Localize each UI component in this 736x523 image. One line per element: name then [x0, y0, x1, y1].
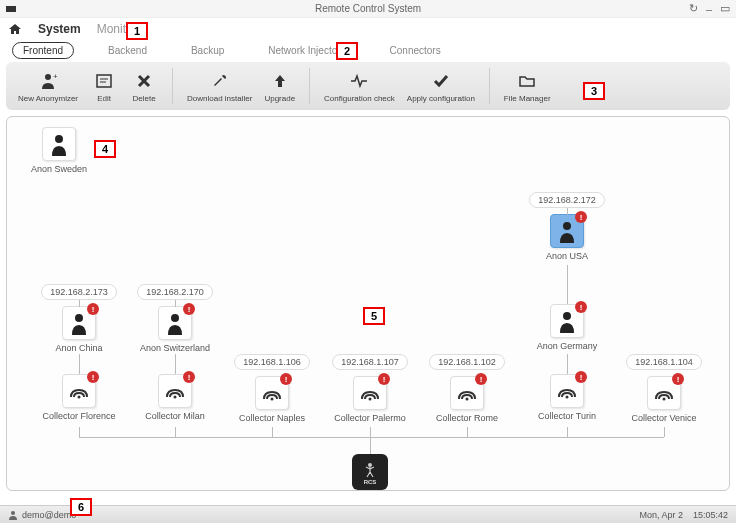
node-anon-china[interactable]: 192.168.2.173 ! Anon China [39, 284, 119, 354]
pulse-icon [348, 70, 370, 92]
alert-badge-icon: ! [378, 373, 390, 385]
toolbar-label: Upgrade [264, 94, 295, 103]
svg-point-10 [174, 396, 177, 399]
refresh-icon[interactable]: ↻ [687, 3, 699, 15]
node-collector-naples[interactable]: 192.168.1.106 ! Collector Naples [232, 354, 312, 424]
connector-line [175, 354, 176, 374]
node-label: Collector Rome [436, 414, 498, 424]
node-anon-germany[interactable]: ! Anon Germany [527, 304, 607, 352]
upgrade-button[interactable]: Upgrade [258, 70, 301, 103]
svg-point-6 [75, 314, 83, 322]
callout-2: 2 [336, 42, 358, 60]
close-icon[interactable]: ▭ [719, 3, 731, 15]
collector-icon: ! [255, 376, 289, 410]
subnav-frontend[interactable]: Frontend [12, 42, 74, 59]
apply-configuration-button[interactable]: Apply configuration [401, 70, 481, 103]
ip-label: 192.168.2.170 [137, 284, 213, 300]
node-anon-usa[interactable]: 192.168.2.172 ! Anon USA [527, 192, 607, 262]
status-date: Mon, Apr 2 [639, 510, 683, 520]
alert-badge-icon: ! [475, 373, 487, 385]
upgrade-icon [269, 70, 291, 92]
svg-point-4 [55, 135, 63, 143]
rcs-label: RCS [364, 479, 377, 485]
connector-line [79, 427, 80, 437]
alert-badge-icon: ! [87, 371, 99, 383]
node-rcs[interactable]: RCS [330, 454, 410, 490]
svg-point-7 [171, 314, 179, 322]
anonymizer-icon: ! [550, 304, 584, 338]
node-collector-turin[interactable]: ! Collector Turin [527, 374, 607, 422]
node-label: Collector Florence [42, 412, 115, 422]
alert-badge-icon: ! [672, 373, 684, 385]
connector-line [567, 427, 568, 437]
node-label: Anon China [55, 344, 102, 354]
alert-badge-icon: ! [575, 371, 587, 383]
node-anon-switzerland[interactable]: 192.168.2.170 ! Anon Switzerland [135, 284, 215, 354]
node-anon-sweden[interactable]: Anon Sweden [19, 127, 99, 175]
toolbar-label: File Manager [504, 94, 551, 103]
node-label: Anon USA [546, 252, 588, 262]
svg-point-1 [45, 74, 51, 80]
home-icon[interactable] [8, 22, 22, 36]
app-icon [5, 3, 17, 15]
collector-icon: ! [62, 374, 96, 408]
minimize-icon[interactable]: – [703, 3, 715, 15]
svg-point-9 [78, 396, 81, 399]
node-label: Collector Palermo [334, 414, 406, 424]
ip-label: 192.168.2.173 [41, 284, 117, 300]
subnav-backend[interactable]: Backend [98, 43, 157, 58]
collector-icon: ! [450, 376, 484, 410]
alert-badge-icon: ! [575, 301, 587, 313]
configuration-check-button[interactable]: Configuration check [318, 70, 401, 103]
svg-point-16 [368, 463, 372, 467]
collector-icon: ! [158, 374, 192, 408]
svg-point-12 [369, 398, 372, 401]
connector-line [467, 427, 468, 437]
secondary-nav: Frontend Backend Backup Network Injector… [0, 40, 736, 60]
edit-button[interactable]: Edit [84, 70, 124, 103]
svg-point-15 [663, 398, 666, 401]
delete-button[interactable]: Delete [124, 70, 164, 103]
callout-6: 6 [70, 498, 92, 516]
svg-point-13 [466, 398, 469, 401]
node-collector-florence[interactable]: ! Collector Florence [39, 374, 119, 422]
node-collector-rome[interactable]: 192.168.1.102 ! Collector Rome [427, 354, 507, 424]
connector-line [175, 427, 176, 437]
node-collector-milan[interactable]: ! Collector Milan [135, 374, 215, 422]
window-title: Remote Control System [315, 3, 421, 14]
collector-icon: ! [353, 376, 387, 410]
subnav-connectors[interactable]: Connectors [380, 43, 451, 58]
ip-label: 192.168.1.106 [234, 354, 310, 370]
svg-point-5 [563, 222, 571, 230]
connector-line [567, 208, 568, 215]
toolbar-label: Download installer [187, 94, 252, 103]
status-time: 15:05:42 [693, 510, 728, 520]
connector-line [79, 300, 80, 307]
connector-line [664, 427, 665, 437]
toolbar-label: Configuration check [324, 94, 395, 103]
subnav-backup[interactable]: Backup [181, 43, 234, 58]
folder-icon [516, 70, 538, 92]
topology-canvas[interactable]: Anon Sweden 192.168.2.172 ! Anon USA 192… [6, 116, 730, 491]
node-collector-venice[interactable]: 192.168.1.104 ! Collector Venice [624, 354, 704, 424]
node-collector-palermo[interactable]: 192.168.1.107 ! Collector Palermo [330, 354, 410, 424]
toolbar-label: Apply configuration [407, 94, 475, 103]
nav-system[interactable]: System [38, 22, 81, 36]
node-label: Collector Milan [145, 412, 205, 422]
file-manager-button[interactable]: File Manager [498, 70, 557, 103]
node-label: Anon Switzerland [140, 344, 210, 354]
callout-1: 1 [126, 22, 148, 40]
status-user: demo@demo [22, 510, 76, 520]
ip-label: 192.168.1.104 [626, 354, 702, 370]
anonymizer-icon: ! [62, 306, 96, 340]
new-anonymizer-button[interactable]: + New Anonymizer [12, 70, 84, 103]
titlebar: Remote Control System ↻ – ▭ [0, 0, 736, 18]
person-plus-icon: + [37, 70, 59, 92]
download-installer-button[interactable]: Download installer [181, 70, 258, 103]
svg-text:+: + [53, 72, 58, 81]
toolbar: + New Anonymizer Edit Delete Download in… [6, 62, 730, 110]
callout-3: 3 [583, 82, 605, 100]
edit-icon [93, 70, 115, 92]
alert-badge-icon: ! [87, 303, 99, 315]
wrench-icon [209, 70, 231, 92]
